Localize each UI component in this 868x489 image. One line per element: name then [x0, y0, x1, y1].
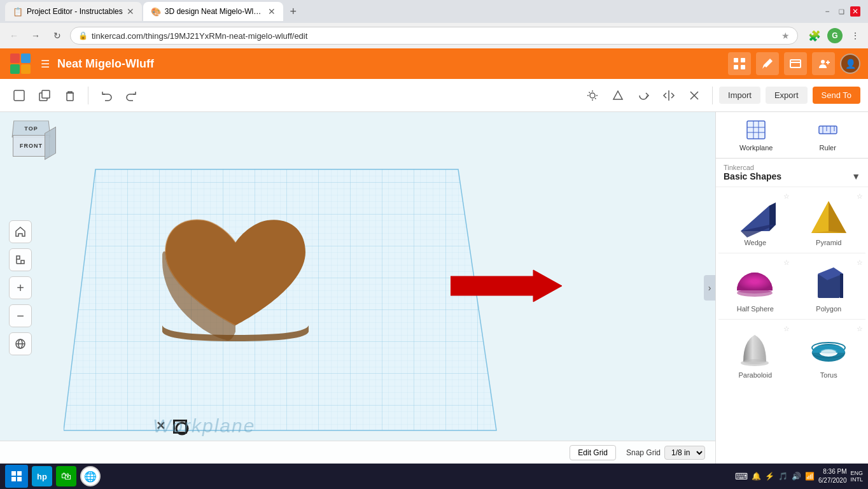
- new-tab-button[interactable]: +: [284, 3, 302, 20]
- task-icon-2[interactable]: ⚡: [765, 472, 774, 481]
- collapse-panel-button[interactable]: ›: [704, 275, 715, 301]
- extensions-icon[interactable]: 🧩: [807, 28, 822, 43]
- export-button[interactable]: Export: [766, 87, 808, 104]
- clock[interactable]: 8:36 PM 6/27/2020: [818, 467, 847, 485]
- browser-icons: 🧩 G ⋮: [807, 28, 863, 43]
- polygon-star-icon[interactable]: ☆: [857, 259, 863, 267]
- ruler-tool[interactable]: Ruler: [795, 118, 861, 152]
- logo-n: [10, 64, 20, 74]
- copy-button[interactable]: [33, 84, 56, 107]
- toolbar: Import Export Send To: [0, 79, 868, 112]
- heart-shape[interactable]: [153, 201, 318, 350]
- shape-polygon[interactable]: ☆ Polygon: [792, 256, 866, 319]
- refresh-button[interactable]: ↻: [48, 27, 66, 45]
- shapes-grid: ☆ Wedge ☆: [716, 187, 868, 388]
- address-bar[interactable]: 🔒 tinkercad.com/things/19MJ21YxRMn-neat-…: [70, 27, 798, 45]
- redo-button[interactable]: [120, 84, 143, 107]
- fit-view-button[interactable]: [9, 248, 32, 271]
- forward-button[interactable]: →: [27, 27, 45, 45]
- svg-point-13: [590, 93, 595, 98]
- gallery-button[interactable]: [784, 52, 807, 75]
- profile-icon[interactable]: G: [827, 28, 843, 43]
- minimize-button[interactable]: −: [822, 6, 832, 17]
- back-button[interactable]: ←: [5, 27, 23, 45]
- language-label: ENG: [850, 470, 863, 476]
- paraboloid-icon: [734, 329, 776, 370]
- pyramid-label: Pyramid: [816, 239, 841, 246]
- delete-button[interactable]: [59, 84, 81, 107]
- svg-rect-1: [741, 58, 745, 62]
- store-icon[interactable]: 🛍: [56, 466, 76, 486]
- category-name: Basic Shapes: [724, 171, 781, 181]
- shape-button[interactable]: [606, 84, 629, 107]
- circle-indicator: [173, 420, 187, 434]
- main-area: TOP FRONT: [0, 112, 868, 464]
- category-parent: Tinkercad: [724, 164, 860, 171]
- start-button[interactable]: [5, 465, 28, 488]
- add-user-button[interactable]: [812, 52, 835, 75]
- svg-rect-66: [17, 477, 22, 481]
- toolbar-separator-1: [88, 87, 88, 104]
- network-icon[interactable]: 📶: [805, 472, 815, 481]
- maximize-button[interactable]: ❑: [836, 6, 846, 17]
- tab-instructables[interactable]: 📋 Project Editor - Instructables ✕: [5, 2, 142, 21]
- half-sphere-star-icon[interactable]: ☆: [783, 259, 790, 267]
- new-shape-button[interactable]: [8, 84, 31, 107]
- bookmark-icon[interactable]: ★: [781, 31, 790, 41]
- grid-view-button[interactable]: [728, 52, 751, 75]
- app-title: Neat Migelo-Wluff: [57, 57, 720, 71]
- shape-half-sphere[interactable]: ☆ Half Sphere: [718, 256, 792, 319]
- svg-rect-11: [42, 90, 50, 98]
- send-to-button[interactable]: Send To: [813, 87, 860, 104]
- viewport[interactable]: TOP FRONT: [0, 112, 715, 464]
- orientation-cube[interactable]: TOP FRONT: [8, 120, 59, 171]
- torus-star-icon[interactable]: ☆: [857, 325, 863, 333]
- svg-rect-3: [741, 65, 745, 69]
- svg-point-32: [176, 423, 188, 434]
- edit-grid-button[interactable]: Edit Grid: [570, 445, 616, 460]
- task-icon-4[interactable]: 🔊: [792, 472, 801, 481]
- zoom-out-button[interactable]: −: [9, 304, 32, 327]
- 3d-view-button[interactable]: [9, 332, 32, 355]
- menu-button[interactable]: ☰: [41, 58, 50, 70]
- home-view-button[interactable]: [9, 220, 32, 243]
- task-icon-3[interactable]: 🎵: [778, 472, 788, 481]
- snap-grid-control: Snap Grid 1/8 in 1/4 in 1/2 in 1 in: [626, 446, 705, 460]
- category-selector[interactable]: Tinkercad Basic Shapes ▼: [716, 159, 868, 187]
- shape-wedge[interactable]: ☆ Wedge: [718, 190, 792, 253]
- snap-grid-select[interactable]: 1/8 in 1/4 in 1/2 in 1 in: [664, 446, 705, 460]
- zoom-in-button[interactable]: +: [9, 276, 32, 299]
- paraboloid-label: Paraboloid: [738, 371, 772, 379]
- svg-point-57: [743, 359, 766, 364]
- mirror-button[interactable]: [683, 84, 706, 107]
- close-button[interactable]: ✕: [850, 6, 860, 17]
- task-icon-1[interactable]: 🔔: [752, 472, 761, 481]
- pyramid-star-icon[interactable]: ☆: [857, 192, 863, 201]
- dropdown-arrow-icon: ▼: [851, 171, 860, 181]
- user-avatar[interactable]: 👤: [840, 53, 860, 74]
- shape-torus[interactable]: ☆: [792, 322, 866, 385]
- shape-paraboloid[interactable]: ☆ Paraboloid: [718, 322, 792, 385]
- rotate-button[interactable]: [632, 84, 655, 107]
- paraboloid-star-icon[interactable]: ☆: [783, 325, 790, 333]
- svg-rect-0: [734, 58, 738, 62]
- wedge-star-icon[interactable]: ☆: [783, 192, 790, 201]
- shape-pyramid[interactable]: ☆ Pyramid: [792, 190, 866, 253]
- view-controls: + −: [9, 220, 32, 355]
- import-button[interactable]: Import: [719, 87, 760, 104]
- undo-button[interactable]: [95, 84, 118, 107]
- tab-tinkercad[interactable]: 🎨 3D design Neat Migelo-Wluff | T... ✕: [143, 2, 283, 21]
- light-button[interactable]: [581, 84, 604, 107]
- flip-button[interactable]: [657, 84, 680, 107]
- tab1-close[interactable]: ✕: [127, 6, 134, 17]
- settings-icon[interactable]: ⋮: [848, 28, 863, 43]
- tab2-close[interactable]: ✕: [268, 6, 276, 17]
- chrome-icon[interactable]: 🌐: [80, 466, 101, 486]
- svg-rect-4: [790, 60, 801, 67]
- hp-icon[interactable]: hp: [32, 466, 52, 486]
- svg-rect-34: [747, 121, 765, 139]
- svg-rect-2: [734, 65, 738, 69]
- workplane-tool[interactable]: Workplane: [724, 118, 789, 152]
- keyboard-icon[interactable]: ⌨: [735, 471, 748, 481]
- build-button[interactable]: [756, 52, 779, 75]
